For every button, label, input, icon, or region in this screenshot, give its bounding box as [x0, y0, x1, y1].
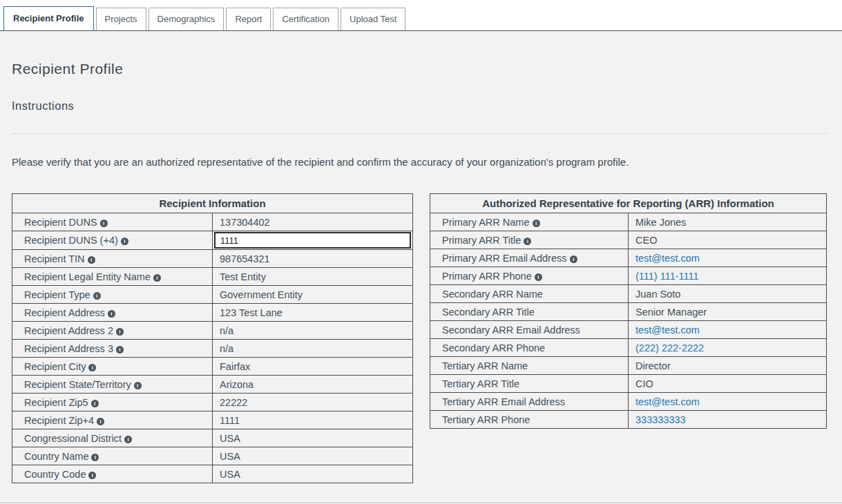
table-row: Country NameiUSA	[12, 447, 413, 465]
row-label: Tertiary ARR Title	[430, 375, 629, 393]
row-value: Fairfax	[213, 358, 413, 376]
table-row: Secondary ARR NameJuan Soto	[430, 285, 827, 303]
phone-link[interactable]: (222) 222-2222	[635, 342, 704, 353]
tab-demographics[interactable]: Demographics	[149, 8, 224, 30]
row-value: 123 Test Lane	[213, 304, 413, 322]
row-label: Recipient Zip+4i	[12, 411, 213, 429]
row-label: Secondary ARR Title	[430, 303, 629, 321]
info-icon[interactable]: i	[533, 220, 540, 227]
row-value: CEO	[629, 231, 827, 249]
row-label: Recipient DUNS (+4)i	[12, 231, 213, 250]
info-icon[interactable]: i	[134, 382, 142, 389]
info-icon[interactable]: i	[535, 273, 542, 281]
row-label: Secondary ARR Email Address	[430, 321, 629, 339]
row-label-text: Secondary ARR Phone	[442, 342, 545, 353]
row-label: Primary ARR Phonei	[430, 267, 629, 285]
row-value: test@test.com	[629, 321, 827, 339]
row-label: Country Codei	[12, 465, 213, 483]
row-value: Senior Manager	[629, 303, 827, 321]
row-value: n/a	[213, 340, 413, 358]
row-label-text: Primary ARR Title	[442, 235, 521, 246]
arr-table-header: Authorized Representative for Reporting …	[430, 194, 827, 213]
row-label-text: Country Name	[24, 451, 88, 462]
info-icon[interactable]: i	[100, 220, 108, 227]
table-row: Recipient TINi987654321	[12, 250, 413, 268]
row-value: CIO	[629, 375, 827, 393]
tab-recipient-profile[interactable]: Recipient Profile	[3, 6, 94, 30]
tables-container: Recipient Information Recipient DUNSi137…	[12, 193, 827, 483]
row-label: Primary ARR Titlei	[430, 231, 629, 249]
table-row: Secondary ARR TitleSenior Manager	[430, 303, 827, 321]
email-link[interactable]: test@test.com	[635, 396, 700, 407]
row-label-text: Recipient DUNS (+4)	[24, 235, 118, 246]
row-label-text: Tertiary ARR Email Address	[442, 396, 565, 407]
info-icon[interactable]: i	[88, 364, 96, 371]
row-label: Recipient Zip5i	[12, 394, 213, 411]
row-label-text: Tertiary ARR Name	[442, 360, 528, 371]
info-icon[interactable]: i	[91, 454, 99, 461]
phone-link[interactable]: 333333333	[635, 414, 686, 425]
table-row: Recipient DUNSi137304402	[12, 213, 413, 231]
row-label: Recipient Address 2i	[12, 322, 213, 340]
row-label: Tertiary ARR Phone	[430, 411, 629, 429]
info-icon[interactable]: i	[153, 274, 161, 282]
row-label-text: Primary ARR Email Address	[442, 253, 567, 264]
info-icon[interactable]: i	[93, 292, 101, 300]
info-icon[interactable]: i	[121, 238, 128, 245]
phone-link[interactable]: (111) 111-1111	[635, 271, 699, 282]
row-label: Primary ARR Namei	[430, 213, 629, 231]
row-label-text: Recipient Address 2	[24, 325, 113, 336]
email-link[interactable]: test@test.com	[635, 324, 700, 336]
row-label-text: Recipient Address 3	[24, 343, 113, 354]
divider	[12, 133, 827, 134]
table-row: Tertiary ARR Email Addresstest@test.com	[430, 393, 827, 411]
row-value: n/a	[213, 322, 413, 340]
row-label-text: Congressional District	[24, 433, 122, 444]
info-icon[interactable]: i	[108, 310, 115, 318]
row-label-text: Primary ARR Name	[442, 217, 530, 228]
tab-report[interactable]: Report	[226, 8, 271, 30]
row-value: Government Entity	[213, 286, 413, 304]
info-icon[interactable]: i	[116, 346, 124, 353]
row-label-text: Primary ARR Phone	[442, 271, 532, 282]
table-row: Tertiary ARR Phone333333333	[430, 411, 827, 429]
row-label: Recipient Address 3i	[12, 340, 213, 358]
row-label-text: Secondary ARR Title	[442, 307, 535, 318]
table-row: Recipient DUNS (+4)i	[12, 231, 413, 250]
recipient-duns4-input[interactable]	[214, 232, 411, 249]
row-label-text: Recipient State/Territory	[24, 379, 131, 390]
row-value: test@test.com	[629, 249, 827, 267]
table-row: Tertiary ARR TitleCIO	[430, 375, 827, 393]
info-icon[interactable]: i	[88, 256, 95, 264]
table-row: Recipient Addressi123 Test Lane	[12, 304, 413, 322]
tab-upload-test[interactable]: Upload Test	[341, 8, 405, 30]
tab-projects[interactable]: Projects	[96, 8, 146, 30]
info-icon[interactable]: i	[570, 255, 577, 263]
info-icon[interactable]: i	[91, 400, 99, 407]
row-label: Recipient DUNSi	[12, 213, 213, 231]
row-value: Juan Soto	[629, 285, 827, 303]
info-icon[interactable]: i	[124, 436, 132, 443]
info-icon[interactable]: i	[116, 328, 124, 336]
row-label-text: Recipient Type	[24, 289, 90, 300]
row-label-text: Recipient Address	[24, 307, 105, 318]
row-label: Tertiary ARR Email Address	[430, 393, 629, 411]
table-row: Recipient CityiFairfax	[12, 358, 413, 376]
instructions-heading: Instructions	[12, 99, 827, 113]
info-icon[interactable]: i	[97, 418, 104, 425]
row-label-text: Recipient DUNS	[24, 217, 97, 228]
info-icon[interactable]: i	[88, 472, 96, 479]
info-icon[interactable]: i	[524, 238, 531, 245]
recipient-table-header: Recipient Information	[12, 194, 413, 213]
email-link[interactable]: test@test.com	[635, 253, 700, 264]
table-row: Recipient Zip+4i1111	[12, 411, 413, 429]
table-row: Tertiary ARR NameDirector	[430, 357, 827, 375]
row-label-text: Recipient TIN	[24, 253, 85, 264]
table-row: Congressional DistrictiUSA	[12, 429, 413, 447]
row-label-text: Recipient Zip5	[24, 397, 88, 408]
tab-certification[interactable]: Certification	[273, 8, 338, 30]
page-content: Recipient Profile Instructions Please ve…	[0, 31, 842, 503]
row-value	[213, 231, 413, 250]
row-value: test@test.com	[629, 393, 827, 411]
table-row: Recipient Address 2in/a	[12, 322, 413, 340]
